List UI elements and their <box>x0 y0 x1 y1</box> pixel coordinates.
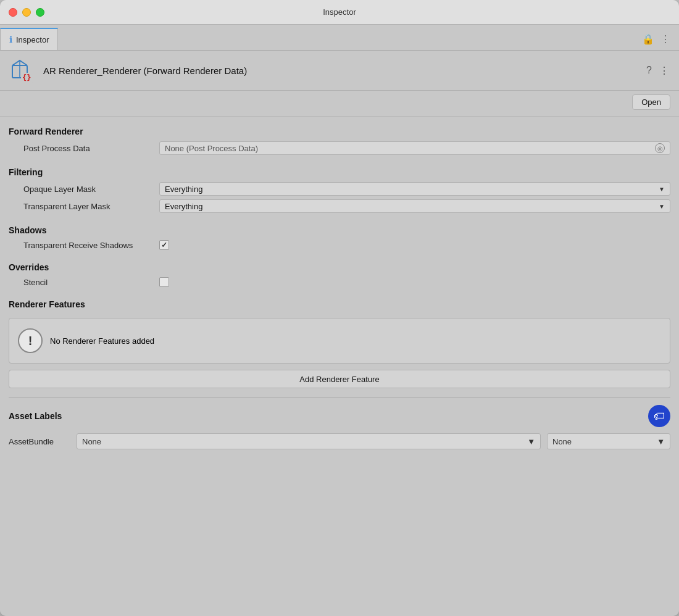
label-tag-button[interactable]: 🏷 <box>648 405 670 427</box>
info-icon: ℹ <box>9 35 12 44</box>
open-button[interactable]: Open <box>632 94 670 110</box>
open-button-row: Open <box>0 91 679 117</box>
asset-labels-title: Asset Labels <box>9 411 62 421</box>
renderer-features-box: ! No Renderer Features added <box>9 318 670 364</box>
transparent-receive-shadows-checkbox-container <box>159 240 670 250</box>
transparent-layer-mask-row: Transparent Layer Mask Everything ▼ <box>9 199 670 213</box>
transparent-layer-mask-dropdown[interactable]: Everything ▼ <box>159 199 670 213</box>
transparent-receive-shadows-control <box>159 240 670 250</box>
opaque-layer-mask-row: Opaque Layer Mask Everything ▼ <box>9 182 670 196</box>
transparent-layer-mask-value: Everything <box>165 202 202 211</box>
transparent-layer-mask-label: Transparent Layer Mask <box>23 202 159 211</box>
opaque-layer-mask-value: Everything <box>165 185 202 194</box>
overrides-header: Overrides <box>9 262 670 272</box>
more-options-button[interactable]: ⋮ <box>658 64 670 78</box>
post-process-data-value: None (Post Process Data) <box>165 144 258 153</box>
opaque-dropdown-arrow: ▼ <box>659 186 665 193</box>
assetbundle-row: AssetBundle None ▼ None ▼ <box>9 433 670 457</box>
maximize-button[interactable] <box>36 8 44 17</box>
stencil-row: Stencil <box>9 277 670 287</box>
renderer-features-empty-message: No Renderer Features added <box>50 336 154 346</box>
more-icon[interactable]: ⋮ <box>660 33 670 45</box>
stencil-control <box>159 277 670 287</box>
renderer-features-header: Renderer Features <box>9 299 670 309</box>
shadows-header: Shadows <box>9 225 670 235</box>
assetbundle-dropdown-1[interactable]: None ▼ <box>77 433 541 449</box>
warning-icon: ! <box>18 328 43 353</box>
tabbar: ℹ Inspector 🔒 ⋮ <box>0 25 679 51</box>
stencil-checkbox[interactable] <box>159 277 169 287</box>
transparent-receive-shadows-row: Transparent Receive Shadows <box>9 240 670 250</box>
stencil-label: Stencil <box>23 278 159 287</box>
inspector-window: Inspector ℹ Inspector 🔒 ⋮ <box>0 0 679 616</box>
asset-name: AR Renderer_Renderer (Forward Renderer D… <box>43 65 638 76</box>
forward-renderer-header: Forward Renderer <box>9 127 670 136</box>
post-process-data-row: Post Process Data None (Post Process Dat… <box>9 141 670 155</box>
assetbundle-arrow-2: ▼ <box>657 437 665 446</box>
window-title: Inspector <box>323 7 356 17</box>
assetbundle-dropdown-2[interactable]: None ▼ <box>547 433 670 449</box>
inspector-content: {} AR Renderer_Renderer (Forward Rendere… <box>0 51 679 616</box>
header-actions: ? ⋮ <box>645 64 670 78</box>
help-button[interactable]: ? <box>645 64 653 77</box>
add-renderer-feature-button[interactable]: Add Renderer Feature <box>9 370 670 388</box>
traffic-lights <box>9 8 44 17</box>
assetbundle-value-1: None <box>82 437 101 446</box>
filtering-header: Filtering <box>9 167 670 177</box>
opaque-layer-mask-dropdown[interactable]: Everything ▼ <box>159 182 670 196</box>
opaque-layer-mask-control: Everything ▼ <box>159 182 670 196</box>
transparent-layer-mask-control: Everything ▼ <box>159 199 670 213</box>
asset-labels-header-row: Asset Labels 🏷 <box>9 405 670 427</box>
object-picker-dot[interactable]: ◎ <box>655 143 665 153</box>
opaque-layer-mask-label: Opaque Layer Mask <box>23 185 159 194</box>
titlebar: Inspector <box>0 0 679 25</box>
inspector-tab[interactable]: ℹ Inspector <box>0 28 58 50</box>
tab-label: Inspector <box>16 35 49 44</box>
asset-icon: {} <box>9 57 36 84</box>
transparent-receive-shadows-label: Transparent Receive Shadows <box>23 241 159 250</box>
assetbundle-label: AssetBundle <box>9 437 70 446</box>
svg-text:{}: {} <box>22 73 31 82</box>
lock-icon[interactable]: 🔒 <box>642 33 654 45</box>
inspector-body: Forward Renderer Post Process Data None … <box>0 117 679 467</box>
close-button[interactable] <box>9 8 17 17</box>
post-process-data-label: Post Process Data <box>23 144 159 153</box>
asset-header: {} AR Renderer_Renderer (Forward Rendere… <box>0 51 679 91</box>
asset-labels-section: Asset Labels 🏷 AssetBundle None ▼ None ▼ <box>9 397 670 457</box>
assetbundle-value-2: None <box>552 437 572 446</box>
transparent-receive-shadows-checkbox[interactable] <box>159 240 169 250</box>
assetbundle-arrow-1: ▼ <box>527 437 535 446</box>
post-process-data-control: None (Post Process Data) ◎ <box>159 141 670 155</box>
tab-right-icons: 🔒 ⋮ <box>642 33 670 45</box>
stencil-checkbox-container <box>159 277 670 287</box>
post-process-data-picker[interactable]: None (Post Process Data) ◎ <box>159 141 670 155</box>
transparent-dropdown-arrow: ▼ <box>659 203 665 210</box>
minimize-button[interactable] <box>22 8 31 17</box>
